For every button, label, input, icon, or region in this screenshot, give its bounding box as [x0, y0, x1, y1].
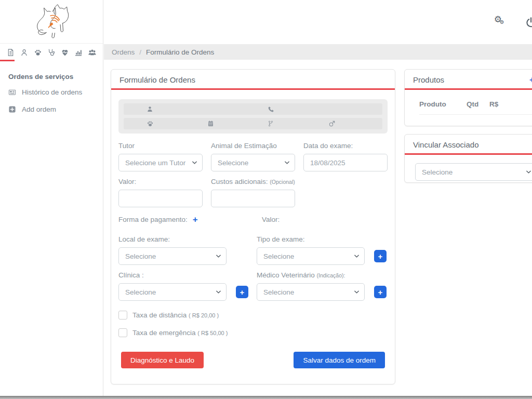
add-payment-plus-icon[interactable]: +: [193, 215, 198, 224]
active-nav-indicator: [0, 60, 15, 61]
clinic-logo: [0, 0, 103, 44]
exam-date-input[interactable]: [303, 154, 388, 171]
diagnostico-laudo-button[interactable]: Diagnóstico e Laudo: [121, 352, 204, 368]
vincular-header: Vincular Associado: [405, 135, 532, 155]
paw-icon: [147, 120, 154, 127]
clinica-label: Clínica :: [118, 271, 249, 279]
col-rs: R$: [489, 100, 498, 108]
custos-label: Custos adicionais: (Opcional): [211, 178, 295, 185]
distance-fee-checkbox[interactable]: [118, 311, 127, 320]
summary-pet-slot: [124, 120, 201, 127]
medico-select-wrap: Selecione: [257, 283, 365, 301]
bar-chart-icon[interactable]: [74, 48, 83, 57]
summary-gender-slot: [322, 120, 383, 127]
breadcrumb-separator: /: [139, 48, 141, 56]
menu-section-title: Ordens de serviços: [0, 68, 103, 84]
produtos-table-divider: [419, 114, 532, 115]
logout-power-icon[interactable]: [525, 17, 532, 28]
stethoscope-icon[interactable]: [47, 48, 56, 57]
tutor-label: Tutor: [118, 142, 203, 150]
sidebar-item-add-ordem[interactable]: Add ordem: [0, 101, 103, 118]
produtos-card: Produtos + Produto Qtd R$: [404, 69, 532, 126]
newspaper-icon: [8, 88, 16, 96]
plus-icon: +: [240, 288, 245, 297]
topbar: ⚙⚙: [104, 0, 532, 44]
sidebar: Ordens de serviços Histórico de ordens A…: [0, 0, 103, 396]
gender-mars-icon: [328, 120, 336, 127]
sidebar-icon-nav: [0, 45, 103, 60]
salvar-ordem-button[interactable]: Salvar dados de ordem: [294, 352, 385, 368]
form-card-header: Formulário de Ordens: [111, 70, 395, 90]
breadcrumb: Ordens / Formulário de Ordens: [104, 44, 532, 60]
clinica-select-wrap: Selecione: [118, 283, 227, 301]
tutor-user-icon[interactable]: [20, 48, 29, 57]
vincular-title: Vincular Associado: [413, 140, 478, 149]
summary-date-slot: [201, 120, 262, 127]
emergency-fee-label: Taxa de emergência ( R$ 50,00 ): [132, 329, 228, 337]
code-branch-icon: [268, 120, 274, 127]
summary-strip-row1: [124, 103, 382, 115]
calendar-icon: [207, 120, 214, 127]
custos-input[interactable]: [211, 190, 295, 207]
associado-select[interactable]: Selecione: [415, 163, 532, 181]
tipo-label: Tipo de exame:: [257, 235, 388, 243]
plus-icon: +: [378, 288, 383, 297]
sidebar-menu: Ordens de serviços Histórico de ordens A…: [0, 68, 103, 118]
plus-icon: +: [378, 252, 383, 261]
local-select-wrap: Selecione: [118, 247, 227, 265]
order-summary-panel: [118, 99, 388, 134]
produtos-title: Produtos: [413, 75, 444, 84]
sidebar-item-historico-de-ordens[interactable]: Histórico de ordens: [0, 84, 103, 101]
horizontal-scrollbar[interactable]: [0, 396, 532, 399]
valor-label: Valor:: [118, 178, 203, 185]
sidebar-item-label: Histórico de ordens: [22, 88, 82, 96]
associado-select-wrap: Selecione: [415, 163, 532, 181]
valor-input[interactable]: [118, 190, 203, 207]
order-form-card: Formulário de Ordens: [111, 69, 395, 384]
heart-pulse-icon[interactable]: [61, 48, 70, 57]
user-icon: [147, 105, 153, 113]
orders-document-icon[interactable]: [6, 48, 15, 57]
payment-valor-label: Valor:: [262, 216, 280, 223]
col-qtd: Qtd: [467, 100, 489, 108]
sidebar-item-label: Add ordem: [22, 105, 56, 113]
breadcrumb-current: Formulário de Ordens: [146, 48, 214, 56]
add-clinic-button[interactable]: +: [236, 286, 248, 298]
produtos-header: Produtos +: [405, 70, 532, 90]
summary-strip-row2: [124, 118, 382, 129]
tipo-select[interactable]: Selecione: [257, 247, 365, 265]
produtos-table-header: Produto Qtd R$: [405, 90, 532, 114]
exam-date-label: Data do exame:: [303, 142, 388, 150]
medico-select[interactable]: Selecione: [257, 283, 365, 301]
pet-paw-icon[interactable]: [33, 48, 42, 57]
tutor-select-wrap: Selecione um Tutor: [118, 154, 203, 171]
add-exam-type-button[interactable]: +: [374, 250, 387, 262]
breadcrumb-parent-link[interactable]: Ordens: [112, 48, 135, 56]
add-vet-button[interactable]: +: [374, 286, 387, 298]
col-produto: Produto: [419, 100, 467, 108]
summary-phone-slot: [261, 106, 382, 113]
tutor-select[interactable]: Selecione um Tutor: [118, 154, 203, 171]
plus-square-icon: [8, 105, 16, 113]
medico-label: Médico Veterinário (Indicação):: [257, 271, 388, 279]
settings-gears-icon[interactable]: ⚙⚙: [494, 15, 502, 24]
associates-users-icon[interactable]: [88, 48, 97, 57]
phone-icon: [268, 106, 274, 113]
vincular-associado-card: Vincular Associado Selecione: [404, 134, 532, 183]
pet-label: Animal de Estimação: [211, 142, 295, 150]
add-product-plus-icon[interactable]: +: [529, 75, 532, 84]
emergency-fee-checkbox[interactable]: [118, 328, 127, 337]
local-select[interactable]: Selecione: [118, 247, 227, 265]
distance-fee-label: Taxa de distância ( R$ 20,00 ): [132, 311, 219, 319]
summary-tutor-slot: [124, 105, 261, 113]
tipo-select-wrap: Selecione: [257, 247, 365, 265]
payment-label: Forma de pagamento:: [118, 216, 188, 223]
form-title: Formulário de Ordens: [119, 75, 195, 84]
clinica-select[interactable]: Selecione: [118, 283, 227, 301]
summary-breed-slot: [261, 120, 322, 127]
pet-select[interactable]: Selecione: [211, 154, 295, 171]
local-label: Local de exame:: [118, 235, 249, 243]
pet-select-wrap: Selecione: [211, 154, 295, 171]
